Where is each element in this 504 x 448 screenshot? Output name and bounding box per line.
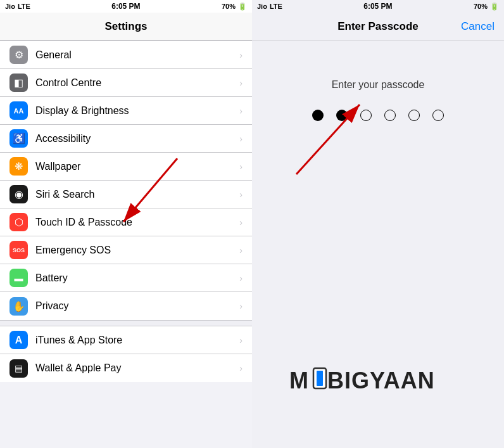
- wallet-icon: ▤: [9, 359, 28, 378]
- settings-title: Settings: [104, 20, 147, 33]
- control-label: Control Centre: [35, 77, 239, 89]
- general-icon: ⚙: [9, 46, 28, 64]
- carrier-left: Jio: [5, 3, 15, 10]
- settings-section-2: A iTunes & App Store › ▤ Wallet & Apple …: [0, 326, 252, 382]
- right-status-bar: Jio LTE 6:05 PM 70% 🔋: [252, 0, 504, 13]
- chevron-icon: ›: [239, 78, 243, 88]
- dot-2: [336, 110, 348, 121]
- chevron-icon: ›: [239, 335, 243, 345]
- battery-icon: ▬: [9, 269, 28, 287]
- settings-item-sos[interactable]: SOS Emergency SOS ›: [0, 236, 252, 264]
- siri-label: Siri & Search: [35, 189, 239, 200]
- svg-rect-4: [317, 371, 323, 386]
- touchid-label: Touch ID & Passcode: [35, 217, 239, 228]
- privacy-label: Privacy: [35, 300, 239, 312]
- svg-text:BIGYAAN: BIGYAAN: [327, 368, 435, 394]
- battery-right: 70%: [474, 3, 488, 10]
- left-status-bar: Jio LTE 6:05 PM 70% 🔋: [0, 0, 252, 13]
- battery-label: Battery: [35, 272, 239, 284]
- left-panel: Jio LTE 6:05 PM 70% 🔋 Settings ⚙ General…: [0, 0, 252, 448]
- siri-icon: ◉: [9, 185, 28, 203]
- battery-icon-left: 🔋: [238, 3, 247, 11]
- chevron-icon: ›: [239, 217, 243, 227]
- general-label: General: [35, 49, 239, 61]
- time-left: 6:05 PM: [111, 2, 140, 11]
- control-icon: ◧: [9, 74, 28, 92]
- left-nav-bar: Settings: [0, 13, 252, 41]
- right-nav-bar: Enter Passcode Cancel: [252, 13, 504, 41]
- settings-item-general[interactable]: ⚙ General ›: [0, 41, 252, 69]
- settings-item-privacy[interactable]: ✋ Privacy ›: [0, 292, 252, 320]
- chevron-icon: ›: [239, 50, 243, 60]
- chevron-icon: ›: [239, 162, 243, 172]
- wallet-label: Wallet & Apple Pay: [35, 362, 239, 374]
- settings-item-wallet[interactable]: ▤ Wallet & Apple Pay ›: [0, 354, 252, 382]
- svg-text:M: M: [289, 368, 309, 394]
- dot-1: [312, 110, 324, 121]
- right-status-left: Jio LTE: [257, 3, 282, 10]
- wallpaper-label: Wallpaper: [35, 161, 239, 172]
- passcode-dots: [312, 110, 444, 121]
- chevron-icon: ›: [239, 363, 243, 373]
- display-icon: AA: [9, 101, 28, 120]
- dot-4: [384, 110, 396, 121]
- settings-item-accessibility[interactable]: ♿ Accessibility ›: [0, 125, 252, 153]
- left-status-left: Jio LTE: [5, 3, 30, 10]
- chevron-icon: ›: [239, 301, 243, 311]
- network-left: LTE: [18, 3, 30, 10]
- sos-icon: SOS: [9, 241, 28, 259]
- settings-item-itunes[interactable]: A iTunes & App Store ›: [0, 326, 252, 354]
- battery-icon-right: 🔋: [490, 3, 499, 11]
- settings-item-siri[interactable]: ◉ Siri & Search ›: [0, 181, 252, 208]
- section-divider: [0, 320, 252, 326]
- mobigyaan-logo: M BIGYAAN: [289, 363, 467, 397]
- accessibility-label: Accessibility: [35, 133, 239, 144]
- passcode-content: Enter your passcode M: [252, 41, 504, 448]
- settings-list: ⚙ General › ◧ Control Centre › AA Displa…: [0, 41, 252, 448]
- settings-section-1: ⚙ General › ◧ Control Centre › AA Displa…: [0, 41, 252, 320]
- accessibility-icon: ♿: [9, 129, 28, 148]
- settings-item-display[interactable]: AA Display & Brightness ›: [0, 97, 252, 125]
- chevron-icon: ›: [239, 273, 243, 283]
- dot-5: [408, 110, 420, 121]
- settings-item-battery[interactable]: ▬ Battery ›: [0, 264, 252, 292]
- chevron-icon: ›: [239, 134, 243, 144]
- chevron-icon: ›: [239, 245, 243, 255]
- settings-item-touchid[interactable]: ⬡ Touch ID & Passcode ›: [0, 208, 252, 236]
- sos-label: Emergency SOS: [35, 245, 239, 256]
- carrier-right: Jio: [257, 3, 267, 10]
- chevron-icon: ›: [239, 106, 243, 116]
- settings-item-wallpaper[interactable]: ❋ Wallpaper ›: [0, 153, 252, 181]
- cancel-button[interactable]: Cancel: [461, 20, 495, 33]
- wallpaper-icon: ❋: [9, 157, 28, 176]
- network-right: LTE: [270, 3, 282, 10]
- privacy-icon: ✋: [9, 297, 28, 316]
- itunes-icon: A: [9, 331, 28, 349]
- display-label: Display & Brightness: [35, 105, 239, 117]
- right-red-arrow: [277, 92, 404, 181]
- battery-left: 70%: [222, 3, 236, 10]
- dot-6: [432, 110, 444, 121]
- time-right: 6:05 PM: [363, 2, 392, 11]
- right-panel: Jio LTE 6:05 PM 70% 🔋 Enter Passcode Can…: [252, 0, 504, 448]
- dot-3: [360, 110, 372, 121]
- left-status-right: 70% 🔋: [222, 3, 247, 11]
- settings-item-control[interactable]: ◧ Control Centre ›: [0, 69, 252, 97]
- chevron-icon: ›: [239, 189, 243, 200]
- right-status-right: 70% 🔋: [474, 3, 499, 11]
- passcode-prompt: Enter your passcode: [332, 79, 425, 91]
- touchid-icon: ⬡: [9, 213, 28, 231]
- itunes-label: iTunes & App Store: [35, 335, 239, 346]
- passcode-title: Enter Passcode: [337, 20, 419, 33]
